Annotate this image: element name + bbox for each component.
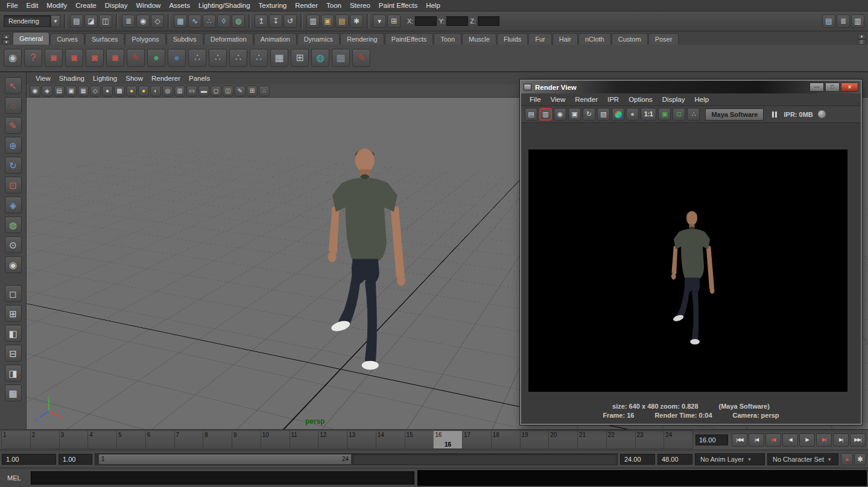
step-back-frame-button[interactable]: |◀ [749, 433, 764, 447]
safe-action-icon[interactable]: ◻ [211, 86, 221, 96]
image-plane-icon[interactable]: ▦ [78, 86, 89, 96]
camera-aim-up-icon[interactable]: ◙ [86, 49, 104, 67]
render-current-frame-icon[interactable]: ▣ [321, 14, 334, 28]
menu-item[interactable]: Toon [322, 1, 346, 10]
timeline-frame[interactable]: 19 [520, 431, 549, 448]
select-hierarchy-mode-icon[interactable]: ≣ [122, 14, 135, 28]
shelf-tab[interactable]: Poser [648, 33, 679, 45]
menu-item[interactable]: Render [291, 1, 322, 10]
shader-ball-icon[interactable]: ● [168, 49, 186, 67]
animation-preferences-icon[interactable]: ✱ [854, 453, 866, 465]
list-input-connections-icon[interactable]: ↥ [255, 14, 268, 28]
render-view-menu-item[interactable]: Render [570, 96, 603, 103]
crate-texture-icon[interactable]: ▩ [332, 49, 350, 67]
save-scene-icon[interactable]: ◫ [99, 14, 112, 28]
single-perspective-layout-button[interactable]: ◻ [5, 285, 22, 302]
playback-end-field[interactable]: 24.00 [620, 454, 655, 465]
display-real-size-icon[interactable]: ▣ [658, 108, 671, 121]
menu-set-dropdown[interactable]: Rendering ▾ [4, 15, 60, 27]
panel-menu-item[interactable]: Renderer [147, 75, 185, 82]
channel-box-toggle-icon[interactable]: ▥ [851, 14, 864, 28]
hypershade-persp-layout-button[interactable]: ◨ [5, 365, 22, 382]
snap-to-point-icon[interactable]: ∴ [203, 14, 216, 28]
character-set-dropdown[interactable]: No Character Set ▾ [767, 453, 838, 465]
refresh-ipr-icon[interactable]: ↻ [583, 108, 595, 121]
lasso-tool-icon[interactable]: ◌ [5, 97, 22, 114]
z-coordinate-input[interactable] [478, 16, 499, 26]
render-view-menu-item[interactable]: Display [657, 96, 690, 103]
select-camera-icon[interactable]: ◉ [30, 86, 40, 96]
shelf-tab[interactable]: Custom [612, 33, 648, 45]
camera-icon[interactable]: ◙ [45, 49, 63, 67]
open-render-view-icon[interactable]: ▥ [306, 14, 320, 28]
step-back-key-button[interactable]: |◀ [765, 433, 781, 447]
paint-effects-brush-icon[interactable]: ✎ [127, 49, 145, 67]
textured-icon[interactable]: ▩ [114, 86, 125, 96]
persp-outliner-layout-button[interactable]: ◧ [5, 325, 22, 342]
render-view-menu-item[interactable]: Help [690, 96, 714, 103]
shelf-tab[interactable]: Subdivs [166, 33, 203, 45]
attribute-editor-toggle-icon[interactable]: ▤ [822, 14, 835, 28]
hypershade-icon[interactable]: ⊞ [291, 49, 309, 67]
timeline-frame[interactable]: 23 [635, 431, 664, 448]
menu-item[interactable]: File [2, 1, 22, 10]
range-end-handle[interactable] [351, 454, 354, 464]
play-forwards-button[interactable]: ▶ [799, 433, 815, 447]
renderer-dropdown[interactable]: Maya Software [705, 108, 764, 121]
timeline-frame[interactable]: 4 [87, 431, 116, 448]
timeline-frame[interactable]: 9 [232, 431, 261, 448]
scale-tool-icon[interactable]: ⊡ [5, 177, 22, 193]
safe-title-icon[interactable]: ◫ [223, 86, 233, 96]
menu-item[interactable]: Paint Effects [375, 1, 422, 10]
resolution-gate-icon[interactable]: ▭ [186, 86, 197, 96]
four-view-layout-button[interactable]: ⊞ [5, 305, 22, 322]
step-forward-key-button[interactable]: ▶| [816, 433, 832, 447]
minimize-button[interactable]: — [809, 83, 824, 92]
shelf-tab[interactable]: Polygons [125, 33, 165, 45]
timeline-frame[interactable]: 21 [577, 431, 606, 448]
render-view-titlebar[interactable]: Render View —□× [521, 81, 861, 93]
lock-camera-icon[interactable]: ◈ [42, 86, 52, 96]
wireframe-icon[interactable]: ◇ [90, 86, 101, 96]
panel-menu-item[interactable]: Show [121, 75, 147, 82]
snap-to-plane-icon[interactable]: ◊ [217, 14, 230, 28]
timeline-frame[interactable]: 10 [261, 431, 290, 448]
timeline-frame[interactable]: 22 [606, 431, 635, 448]
snap-to-grid-icon[interactable]: ▦ [174, 14, 187, 28]
mel-command-input[interactable] [31, 471, 414, 485]
timeline-ruler[interactable]: 1234567891011121314151616171819202122232… [1, 430, 693, 449]
timeline-frame[interactable]: 3 [59, 431, 88, 448]
frame-image-icon[interactable]: ⊡ [673, 108, 685, 121]
timeline-frame[interactable]: 6 [145, 431, 174, 448]
animation-end-field[interactable]: 48.00 [657, 454, 692, 465]
rotate-tool-icon[interactable]: ↻ [5, 157, 22, 174]
multi-component-icon[interactable]: ∴ [259, 86, 270, 96]
playback-start-field[interactable]: 1.00 [59, 454, 92, 465]
render-frame-icon[interactable]: ▤ [525, 108, 537, 121]
timeline-frame[interactable]: 11 [290, 431, 318, 448]
last-tool-icon[interactable]: ◉ [5, 256, 22, 273]
ibl-sphere-icon[interactable]: ● [147, 49, 165, 67]
play-backwards-button[interactable]: ◀ [782, 433, 798, 447]
render-globals-icon[interactable]: ◉ [4, 49, 22, 67]
panel-menu-item[interactable]: Lighting [89, 75, 121, 82]
range-slider-groove[interactable]: 1 24 [95, 453, 618, 465]
grease-pencil-icon[interactable]: ✎ [235, 86, 246, 96]
show-manipulator-tool-icon[interactable]: ⊙ [5, 236, 22, 253]
current-time-field[interactable]: 16.00 [695, 435, 728, 445]
field-chart-icon[interactable]: ▥ [174, 86, 185, 96]
bookmarks-icon[interactable]: ▣ [66, 86, 77, 96]
menu-item[interactable]: Modify [42, 1, 71, 10]
new-scene-icon[interactable]: ▤ [70, 14, 83, 28]
timeline-frame[interactable]: 8 [203, 431, 232, 448]
snapshot-icon[interactable]: ◉ [554, 108, 566, 121]
go-to-end-button[interactable]: ▶▶| [850, 433, 866, 447]
persp-uv-editor-layout-button[interactable]: ▦ [5, 385, 22, 401]
isolate-select-icon[interactable]: ◎ [162, 86, 173, 96]
smooth-shade-icon[interactable]: ● [102, 86, 113, 96]
menu-item[interactable]: Help [422, 1, 445, 10]
uv-texture-editor-icon[interactable]: ▦ [270, 49, 288, 67]
render-view-menu-item[interactable]: Options [624, 96, 657, 103]
select-tool-icon[interactable]: ↖ [5, 77, 22, 94]
shelf-menu-icon[interactable]: ▾ [858, 34, 866, 39]
